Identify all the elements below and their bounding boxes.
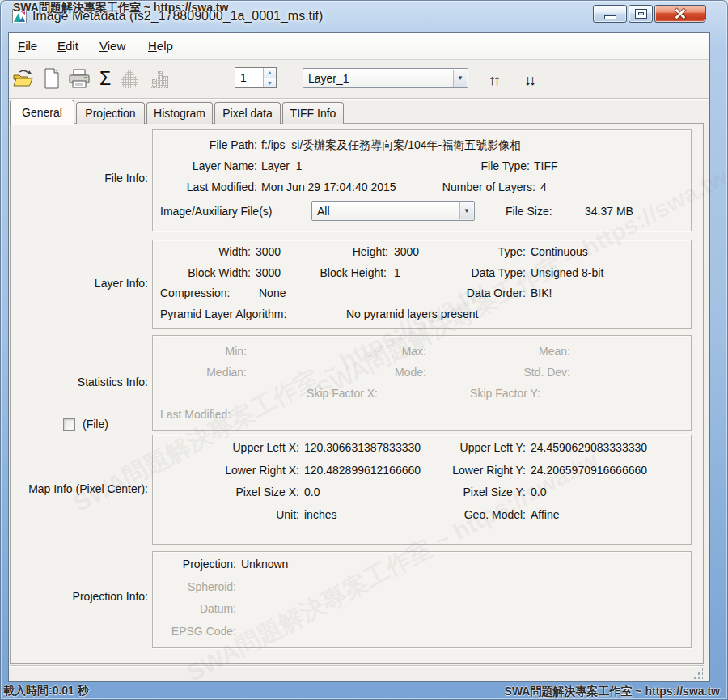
spheroid-label: Spheroid: <box>188 580 236 594</box>
tab-projection[interactable]: Projection <box>76 102 145 124</box>
number-of-layers-value: 4 <box>540 180 547 194</box>
std-dev-label: Std. Dev: <box>523 366 570 380</box>
pixel-size-y-value: 0.0 <box>531 486 546 499</box>
upper-left-x-label: Upper Left X: <box>233 441 300 455</box>
aux-files-value: All <box>317 205 330 218</box>
height-label: Height: <box>353 245 388 259</box>
block-height-value: 1 <box>394 266 400 280</box>
last-modified-label: Last Modified: <box>187 180 257 194</box>
layer-name-label: Layer Name: <box>193 159 257 173</box>
tab-pixel-data[interactable]: Pixel data <box>214 102 281 124</box>
lower-right-y-label: Lower Right Y: <box>452 464 526 477</box>
map-info-section-label: Map Info (Pixel Center): <box>28 482 148 496</box>
tab-tiff-info[interactable]: TIFF Info <box>282 102 344 124</box>
chevron-down-icon[interactable]: ▼ <box>459 202 473 219</box>
tab-histogram[interactable]: Histogram <box>146 102 213 124</box>
minimize-button[interactable] <box>593 5 627 23</box>
pyramid-layers-icon <box>120 69 139 88</box>
max-label: Max: <box>402 345 426 358</box>
mode-label: Mode: <box>395 366 426 380</box>
aux-files-combobox[interactable]: All ▼ <box>311 201 475 221</box>
pixel-size-y-label: Pixel Size Y: <box>463 486 526 499</box>
statistics-button[interactable]: Σ <box>92 65 118 92</box>
data-type-value: Unsigned 8-bit <box>531 266 603 280</box>
lower-layer-button[interactable]: ↓↓ <box>516 66 542 94</box>
upper-left-y-value: 24.4590629083333330 <box>531 441 647 455</box>
pixel-size-x-label: Pixel Size X: <box>235 486 299 499</box>
watermark-load-time: 載入時間:0.01 秒 <box>3 684 89 698</box>
close-button[interactable] <box>654 5 706 23</box>
median-label: Median: <box>206 366 247 380</box>
min-label: Min: <box>226 345 247 358</box>
file-checkbox-label: (File) <box>83 418 108 431</box>
epsg-code-label: EPSG Code: <box>171 625 236 638</box>
file-path-label: File Path: <box>210 138 257 152</box>
aux-files-label: Image/Auxiliary File(s) <box>160 205 272 218</box>
layer-number-value: 1 <box>235 68 263 87</box>
histogram-icon <box>150 69 168 88</box>
pyramid-algorithm-value: No pyramid layers present <box>346 308 478 321</box>
data-order-label: Data Order: <box>467 286 526 300</box>
close-icon <box>655 6 705 22</box>
menu-bar: File Edit View Help <box>9 33 709 60</box>
sigma-icon: Σ <box>99 68 111 90</box>
type-value: Continuous <box>531 245 588 259</box>
histogram-button-disabled <box>146 65 171 92</box>
stats-last-modified-label: Last Modified: <box>160 408 231 422</box>
unit-value: inches <box>304 508 336 522</box>
layer-info-section-label: Layer Info: <box>95 277 148 291</box>
last-modified-value: Mon Jun 29 17:04:40 2015 <box>261 180 396 194</box>
arrows-down-icon: ↓↓ <box>524 72 534 89</box>
geo-model-value: Affine <box>531 508 560 522</box>
unit-label: Unit: <box>276 508 299 522</box>
spinner-down-button[interactable]: ▼ <box>264 78 276 88</box>
menu-edit[interactable]: Edit <box>57 39 78 53</box>
file-type-label: File Type: <box>481 159 530 173</box>
open-folder-icon <box>12 69 33 88</box>
compression-value: None <box>259 286 286 300</box>
new-document-icon <box>44 68 60 89</box>
toolbar-separator <box>9 98 709 100</box>
upper-left-x-value: 120.306631387833330 <box>304 441 421 455</box>
height-value: 3000 <box>394 245 419 259</box>
tab-general[interactable]: General <box>10 100 74 125</box>
menu-view[interactable]: View <box>99 39 125 53</box>
print-button[interactable] <box>66 65 92 92</box>
data-order-value: BIK! <box>531 286 552 300</box>
image-metadata-window: Image Metadata (fs2_178809000_1a_0001_ms… <box>0 0 728 700</box>
mean-label: Mean: <box>539 345 570 358</box>
file-path-value: f:/ips_si/委辦案及任務導向案/104年-福衛五號影像相 <box>261 138 549 152</box>
chevron-down-icon[interactable]: ▼ <box>453 70 467 87</box>
layer-select-combobox[interactable]: Layer_1 ▼ <box>303 68 468 88</box>
block-width-value: 3000 <box>256 266 281 280</box>
width-value: 3000 <box>256 245 281 259</box>
projection-info-section-label: Projection Info: <box>73 590 148 604</box>
block-height-label: Block Height: <box>320 266 387 280</box>
menu-help[interactable]: Help <box>148 39 173 53</box>
lower-right-x-value: 120.482899612166660 <box>304 464 421 477</box>
skip-factor-y-label: Skip Factor Y: <box>470 387 540 401</box>
open-button[interactable] <box>10 65 36 92</box>
projection-value: Unknown <box>241 558 288 571</box>
file-statistics-checkbox[interactable] <box>63 418 75 431</box>
file-size-label: File Size: <box>506 205 552 218</box>
menu-file[interactable]: File <box>18 39 37 53</box>
statusbar-separator <box>10 665 704 667</box>
spinner-up-button[interactable]: ▲ <box>264 68 276 78</box>
minimize-icon <box>605 16 616 19</box>
datum-label: Datum: <box>200 602 236 616</box>
projection-label: Projection: <box>183 558 236 571</box>
watermark-top: SWA問題解決專案工作室 ~ https://swa.tw <box>13 1 228 15</box>
block-width-label: Block Width: <box>188 266 251 280</box>
layer-name-value: Layer_1 <box>261 159 303 173</box>
number-of-layers-label: Number of Layers: <box>442 180 535 194</box>
maximize-button[interactable] <box>629 5 653 23</box>
raise-layer-button[interactable]: ↑↑ <box>480 66 506 94</box>
layer-select-value: Layer_1 <box>308 72 349 85</box>
new-button[interactable] <box>39 65 65 92</box>
pixel-size-x-value: 0.0 <box>304 486 320 499</box>
upper-left-y-label: Upper Left Y: <box>460 441 526 455</box>
layer-number-spinner[interactable]: 1 ▲ ▼ <box>235 67 277 88</box>
file-type-value: TIFF <box>534 159 558 173</box>
pyramid-algorithm-label: Pyramid Layer Algorithm: <box>160 308 286 321</box>
